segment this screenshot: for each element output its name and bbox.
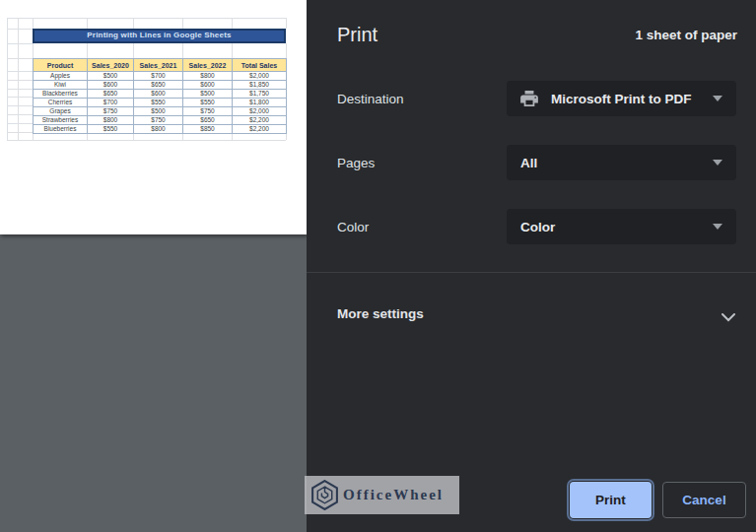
pages-dropdown[interactable]: All <box>507 145 736 180</box>
table-cell: $750 <box>134 116 183 125</box>
table-cell: $650 <box>183 116 233 125</box>
table-cell: Grapes <box>34 107 88 116</box>
dropdown-arrow-icon <box>713 160 722 166</box>
table-cell: $500 <box>183 90 233 99</box>
sheet-title: Printing with Lines in Google Sheets <box>33 29 286 43</box>
table-cell: $550 <box>134 99 183 107</box>
printer-icon <box>520 91 538 106</box>
dialog-title: Print <box>337 24 378 46</box>
table-cell: $550 <box>88 125 134 134</box>
color-dropdown[interactable]: Color <box>507 209 736 244</box>
table-cell: $650 <box>88 90 134 99</box>
table-header-cell: Sales_2022 <box>183 59 233 72</box>
table-cell: $850 <box>183 125 233 134</box>
table-row: Grapes$750$500$750$2,000 <box>34 107 287 116</box>
table-cell: $600 <box>88 81 134 90</box>
sheet-count-label: 1 sheet of paper <box>635 28 737 42</box>
print-dialog: Print 1 sheet of paper Destination Micro… <box>307 0 756 532</box>
table-cell: $2,000 <box>233 72 287 81</box>
table-header-cell: Sales_2021 <box>134 59 183 72</box>
table-cell: $650 <box>134 81 183 90</box>
table-cell: Kiwi <box>34 81 88 90</box>
table-row: Blackberries$650$600$500$1,750 <box>34 90 287 99</box>
destination-value: Microsoft Print to PDF <box>551 92 692 106</box>
table-row: Apples$500$700$800$2,000 <box>34 72 287 81</box>
table-cell: $1,750 <box>233 90 287 99</box>
destination-dropdown[interactable]: Microsoft Print to PDF <box>507 81 736 116</box>
color-label: Color <box>337 220 369 234</box>
color-value: Color <box>520 220 555 234</box>
table-cell: $500 <box>134 107 183 116</box>
table-cell: $700 <box>88 99 134 107</box>
pages-value: All <box>520 156 537 170</box>
table-header-cell: Product <box>34 59 88 72</box>
table-cell: $1,850 <box>233 81 287 90</box>
table-header-cell: Sales_2020 <box>88 59 134 72</box>
spreadsheet-table: Printing with Lines in Google Sheets Pro… <box>33 29 286 134</box>
print-button[interactable]: Print <box>570 482 652 518</box>
chevron-down-icon <box>722 308 735 326</box>
table-cell: Cherries <box>34 99 88 107</box>
table-cell: $2,200 <box>233 116 287 125</box>
table-row: Cherries$700$550$550$1,800 <box>34 99 287 107</box>
table-row: Kiwi$600$650$600$1,850 <box>34 81 287 90</box>
table-row: Strawberries$800$750$650$2,200 <box>34 116 287 125</box>
cancel-button[interactable]: Cancel <box>662 482 746 518</box>
table-cell: $500 <box>88 72 134 81</box>
table-cell: $600 <box>183 81 233 90</box>
table-cell: Strawberries <box>34 116 88 125</box>
table-header-cell: Total Sales <box>233 59 287 72</box>
pages-label: Pages <box>337 156 375 170</box>
table-row: Blueberries$550$800$850$2,200 <box>34 125 287 134</box>
sheet-gap-row <box>33 43 286 58</box>
table-cell: Apples <box>34 72 88 81</box>
table-cell: $550 <box>183 99 233 107</box>
officewheel-logo-icon <box>310 480 339 510</box>
table-cell: $600 <box>134 90 183 99</box>
table-cell: $750 <box>88 107 134 116</box>
table-cell: Blueberries <box>34 125 88 134</box>
table-cell: $800 <box>134 125 183 134</box>
watermark: OfficeWheel <box>305 476 459 514</box>
more-settings-label: More settings <box>337 306 424 321</box>
dropdown-arrow-icon <box>713 96 722 101</box>
table-cell: $800 <box>88 116 134 125</box>
more-settings-toggle[interactable]: More settings <box>307 292 756 335</box>
watermark-brand: OfficeWheel <box>343 487 444 503</box>
table-cell: $750 <box>183 107 233 116</box>
table-cell: $700 <box>134 72 183 81</box>
destination-label: Destination <box>337 92 404 106</box>
dropdown-arrow-icon <box>713 224 722 230</box>
table-cell: Blackberries <box>34 90 88 99</box>
print-preview-area: Printing with Lines in Google Sheets Pro… <box>0 0 307 532</box>
table-cell: $2,200 <box>233 125 287 134</box>
divider <box>307 272 756 273</box>
table-cell: $1,800 <box>233 99 287 107</box>
table-cell: $2,000 <box>233 107 287 116</box>
table-header-row: ProductSales_2020Sales_2021Sales_2022Tot… <box>34 59 287 72</box>
preview-page: Printing with Lines in Google Sheets Pro… <box>0 0 307 234</box>
table-cell: $800 <box>183 72 233 81</box>
